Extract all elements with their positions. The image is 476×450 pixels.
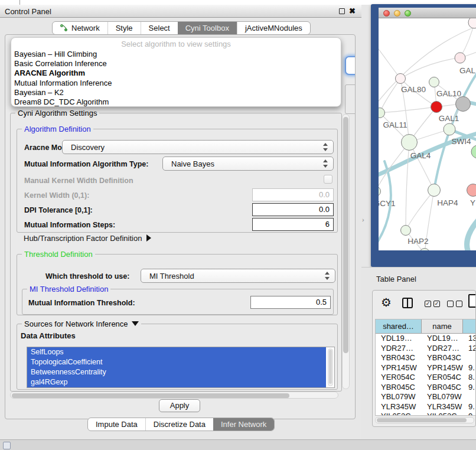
- node-label: Y: [470, 198, 475, 207]
- group-title: Algorithm Definition: [22, 125, 93, 133]
- tab-label: jActiveMNodules: [245, 24, 302, 32]
- checked-boxes-icon[interactable]: ✓✓: [425, 301, 440, 307]
- network-canvas[interactable]: GALGAL80GAL10GAL1GAL11SWI4GAL4GCY1HAP4YH…: [379, 18, 476, 250]
- network-node-gal10[interactable]: [429, 77, 439, 87]
- data-attributes-list[interactable]: SelfLoopsTopologicalCoefficientBetweenne…: [27, 347, 335, 388]
- split-column-icon[interactable]: [402, 298, 413, 308]
- splitter-handle[interactable]: ›: [362, 216, 364, 223]
- close-icon[interactable]: ✖: [349, 6, 356, 15]
- table-row[interactable]: YER054CYER054C8.: [376, 373, 476, 383]
- table-cell: YBR043C: [376, 353, 422, 363]
- algorithm-option[interactable]: Bayesian – Hill Climbing: [11, 50, 341, 59]
- algorithm-option[interactable]: Bayesian – K2: [11, 88, 341, 97]
- panel-toggle-icon[interactable]: [3, 442, 11, 449]
- tab-label: Style: [116, 24, 133, 32]
- column-header[interactable]: name: [422, 319, 463, 334]
- network-window-titlebar[interactable]: [379, 8, 476, 18]
- scroll-thumb[interactable]: [12, 393, 289, 398]
- table-row[interactable]: YIL052CYIL052C9.: [376, 412, 476, 416]
- column-header[interactable]: shared…: [376, 319, 422, 334]
- apply-button[interactable]: Apply: [159, 399, 200, 412]
- sources-expander[interactable]: Sources for Network Inference: [22, 319, 141, 328]
- float-icon[interactable]: [339, 8, 345, 14]
- attribute-item[interactable]: gal4RGexp: [27, 377, 326, 387]
- node-label: GAL11: [383, 120, 407, 129]
- dpi-tolerance-field[interactable]: 0.0: [252, 203, 334, 216]
- network-edge: [406, 190, 434, 230]
- tab-network[interactable]: Network: [53, 22, 107, 34]
- network-node-hap4[interactable]: [428, 184, 441, 197]
- settings-horizontal-scrollbar[interactable]: [10, 392, 338, 399]
- network-node-gal4[interactable]: [402, 135, 418, 151]
- list-scrollbar[interactable]: [328, 348, 333, 386]
- hub-definition-label: Hub/Transcription Factor Definition: [24, 234, 142, 243]
- table-cell: YLR345W: [376, 402, 422, 412]
- table-row[interactable]: YPR145WYPR145W9.: [376, 363, 476, 373]
- attribute-item[interactable]: TopologicalCoefficient: [27, 357, 326, 367]
- scroll-thumb[interactable]: [343, 117, 348, 353]
- algorithm-option[interactable]: Dream8 DC_TDC Algorithm: [11, 97, 341, 107]
- kernel-width-field[interactable]: 0.0: [252, 188, 334, 201]
- network-node-swi4[interactable]: [444, 123, 455, 135]
- node-label: GAL4: [410, 151, 431, 160]
- algorithm-option[interactable]: Mutual Information Inference: [11, 79, 341, 88]
- document-icon[interactable]: [468, 294, 476, 308]
- tab-label: Discretize Data: [154, 420, 206, 429]
- network-node-gal11[interactable]: [379, 108, 385, 118]
- algorithm-option[interactable]: Basic Correlation Inference: [11, 59, 341, 69]
- aracne-mode-select[interactable]: Discovery: [62, 140, 334, 154]
- attribute-item[interactable]: BetweennessCentrality: [27, 367, 326, 377]
- scroll-thumb[interactable]: [329, 350, 332, 384]
- node-label: GAL: [459, 66, 476, 75]
- tab-cyni-toolbox[interactable]: Cyni Toolbox: [178, 22, 237, 34]
- attribute-item[interactable]: SelfLoops: [27, 347, 326, 357]
- tab-style[interactable]: Style: [107, 22, 141, 34]
- algorithm-combo-partial[interactable]: [345, 56, 356, 75]
- network-node-gcy1[interactable]: [379, 187, 381, 197]
- tab-jactivemnodules[interactable]: jActiveMNodules: [237, 22, 310, 34]
- selected-value: Discovery: [63, 143, 321, 152]
- gear-icon[interactable]: ⚙: [381, 295, 392, 309]
- tab-select[interactable]: Select: [141, 22, 178, 34]
- table-row[interactable]: YBR043CYBR043C: [376, 353, 476, 363]
- tab-impute-data[interactable]: Impute Data: [88, 418, 145, 431]
- network-node-hap2[interactable]: [401, 226, 411, 236]
- close-window-icon[interactable]: [383, 10, 390, 17]
- which-threshold-select[interactable]: MI Threshold: [141, 269, 335, 283]
- table-row[interactable]: YBL079WYBL079W: [376, 392, 476, 402]
- network-node-y[interactable]: [467, 184, 476, 197]
- mi-threshold-field[interactable]: 0.5: [250, 296, 331, 309]
- network-node-gal1[interactable]: [431, 102, 442, 113]
- minimize-window-icon[interactable]: [394, 10, 400, 17]
- tab-infer-network[interactable]: Infer Network: [213, 418, 274, 431]
- node-table: shared…nameAYDL19…YDL19…13YDR27…YDR27…12…: [375, 319, 476, 416]
- manual-kernel-checkbox[interactable]: [324, 175, 332, 184]
- column-header[interactable]: A: [463, 319, 476, 334]
- tab-label: Infer Network: [221, 420, 266, 429]
- table-horizontal-scrollbar[interactable]: [375, 417, 474, 423]
- tab-discretize-data[interactable]: Discretize Data: [145, 418, 213, 431]
- checkbox-empty: [456, 301, 462, 307]
- node-label: GAL80: [401, 85, 426, 94]
- table-row[interactable]: YDR27…YDR27…12: [376, 344, 476, 354]
- settings-vertical-scrollbar[interactable]: [342, 114, 350, 389]
- scroll-thumb[interactable]: [377, 418, 467, 422]
- algorithm-option[interactable]: ARACNE Algorithm: [11, 69, 341, 78]
- mi-steps-label: Mutual Information Steps:: [24, 221, 115, 229]
- zoom-window-icon[interactable]: [405, 10, 411, 17]
- network-node-gal80[interactable]: [396, 74, 406, 84]
- checkbox-checked: ✓: [433, 301, 440, 307]
- mi-steps-field[interactable]: 6: [252, 218, 334, 231]
- network-view-window: GALGAL80GAL10GAL1GAL11SWI4GAL4GCY1HAP4YH…: [371, 4, 476, 267]
- table-row[interactable]: YBR045CYBR045C9.: [376, 383, 476, 393]
- network-node-gal[interactable]: [455, 53, 465, 63]
- unchecked-boxes-icon[interactable]: [447, 301, 462, 307]
- table-cell: YDR27…: [376, 344, 422, 354]
- network-node[interactable]: [456, 97, 471, 112]
- mi-algorithm-type-select[interactable]: Naive Bayes: [162, 156, 334, 171]
- table-row[interactable]: YLR345WYLR345W9.: [376, 402, 476, 412]
- hub-definition-expander[interactable]: Hub/Transcription Factor Definition: [24, 234, 151, 243]
- network-node[interactable]: [468, 18, 476, 28]
- network-node[interactable]: [471, 145, 476, 158]
- table-row[interactable]: YDL19…YDL19…13: [376, 334, 476, 344]
